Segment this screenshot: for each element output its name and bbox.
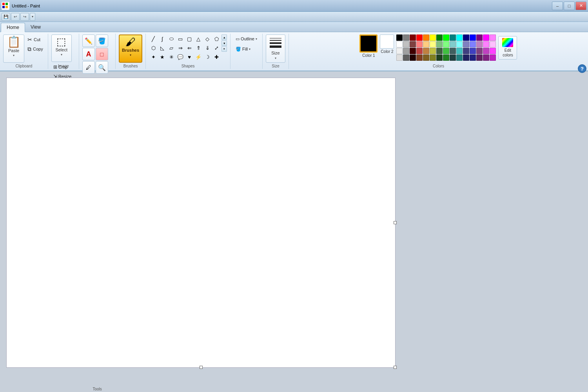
save-button[interactable]: 💾 [2,13,10,21]
fill-button[interactable]: 🪣 Fill ▾ [234,45,259,53]
color-swatch[interactable] [403,34,409,41]
eraser-tool-button[interactable]: ◻ [96,48,108,60]
color-swatch[interactable] [450,41,456,47]
quick-access-dropdown[interactable]: ▾ [30,13,35,21]
hexagon-shape[interactable]: ⬡ [149,44,158,52]
color-swatch[interactable] [396,48,403,54]
color-swatch[interactable] [410,34,416,41]
color-swatch[interactable] [396,41,403,47]
parallelogram-shape[interactable]: ▱ [167,44,176,52]
minimize-button[interactable]: – [552,2,563,10]
color-picker-button[interactable]: 🖊 [82,61,95,74]
color-swatch[interactable] [490,48,496,54]
color-swatch[interactable] [483,48,489,54]
line-shape[interactable]: ╱ [149,34,158,43]
color-swatch[interactable] [416,34,423,41]
maximize-button[interactable]: □ [564,2,575,10]
color-swatch[interactable] [430,34,436,41]
shapes-scroll-expand[interactable]: ▾ [221,46,227,52]
rounded-rect-shape[interactable]: ▢ [185,34,194,43]
curve-shape[interactable]: ∫ [158,34,167,43]
color-swatch[interactable] [410,54,416,61]
color-swatch[interactable] [450,34,456,41]
color-swatch[interactable] [470,54,476,61]
shapes-scroll-up[interactable]: ▲ [221,34,227,40]
magnifier-button[interactable]: 🔍 [96,61,108,74]
color-swatch[interactable] [470,34,476,41]
right-triangle-shape[interactable]: ◺ [158,44,167,52]
color-swatch[interactable] [456,41,463,47]
canvas-handle-bottom[interactable] [200,366,203,369]
color-swatch[interactable] [423,54,429,61]
star6-shape[interactable]: ✳ [167,53,176,61]
rect-shape[interactable]: ▭ [176,34,185,43]
color-swatch[interactable] [436,34,443,41]
arrow-4way-shape[interactable]: ⤢ [212,44,221,52]
color-swatch[interactable] [463,41,469,47]
star5-shape[interactable]: ★ [158,53,167,61]
close-button[interactable]: ✕ [575,2,586,10]
color-swatch[interactable] [416,54,423,61]
color-swatch[interactable] [463,34,469,41]
arrow-left-shape[interactable]: ⇐ [185,44,194,52]
color-swatch[interactable] [396,54,403,61]
color-swatch[interactable] [403,48,409,54]
pencil-tool-button[interactable]: ✏️ [82,34,95,47]
color-swatch[interactable] [470,48,476,54]
moon-shape[interactable]: ☽ [203,53,212,61]
canvas-handle-right[interactable] [394,221,397,224]
tab-view[interactable]: View [25,22,46,32]
color-swatch[interactable] [423,34,429,41]
color-swatch[interactable] [463,48,469,54]
color-swatch[interactable] [476,48,483,54]
outline-button[interactable]: ▭ Outline ▾ [234,34,259,43]
color-swatch[interactable] [430,54,436,61]
select-button[interactable]: ⬚ Select ▾ [51,34,72,62]
edit-colors-button[interactable]: Edit colors [498,36,517,60]
canvas-handle-corner[interactable] [394,366,397,369]
paste-button[interactable]: 📋 Paste ▾ [3,34,24,63]
triangle-shape[interactable]: △ [194,34,203,43]
undo-button[interactable]: ↩ [11,13,20,21]
canvas[interactable] [6,78,396,368]
cross-shape[interactable]: ✚ [212,53,221,61]
shapes-scroll-down[interactable]: ▼ [221,40,227,46]
color-swatch[interactable] [490,54,496,61]
color-swatch[interactable] [450,54,456,61]
size-button[interactable]: Size ▾ [266,34,285,63]
color-swatch[interactable] [450,48,456,54]
color-swatch[interactable] [436,54,443,61]
arrow-up-shape[interactable]: ⇑ [194,44,203,52]
arrow-down-shape[interactable]: ⇓ [203,44,212,52]
color-swatch[interactable] [416,48,423,54]
star4-shape[interactable]: ✦ [149,53,158,61]
color-swatch[interactable] [436,41,443,47]
color-swatch[interactable] [430,48,436,54]
color-swatch[interactable] [436,48,443,54]
heart-shape[interactable]: ♥ [185,53,194,61]
color-swatch[interactable] [476,41,483,47]
color-swatch[interactable] [456,34,463,41]
color-swatch[interactable] [483,41,489,47]
color-swatch[interactable] [470,41,476,47]
oval-shape[interactable]: ⬭ [167,34,176,43]
arrow-right-shape[interactable]: ⇒ [176,44,185,52]
callout-shape[interactable]: 💬 [176,53,185,61]
color1-button[interactable] [359,34,377,53]
color-swatch[interactable] [443,41,449,47]
diamond-shape[interactable]: ◇ [203,34,212,43]
color-swatch[interactable] [430,41,436,47]
color-swatch[interactable] [456,48,463,54]
color-swatch[interactable] [443,34,449,41]
color-swatch[interactable] [463,54,469,61]
color2-button[interactable] [380,34,394,49]
color-swatch[interactable] [423,41,429,47]
color-swatch[interactable] [483,34,489,41]
color-swatch[interactable] [410,41,416,47]
color-swatch[interactable] [403,41,409,47]
redo-button[interactable]: ↪ [20,13,29,21]
color-swatch[interactable] [443,48,449,54]
tab-home[interactable]: Home [1,23,25,32]
color-swatch[interactable] [483,54,489,61]
color-swatch[interactable] [476,34,483,41]
